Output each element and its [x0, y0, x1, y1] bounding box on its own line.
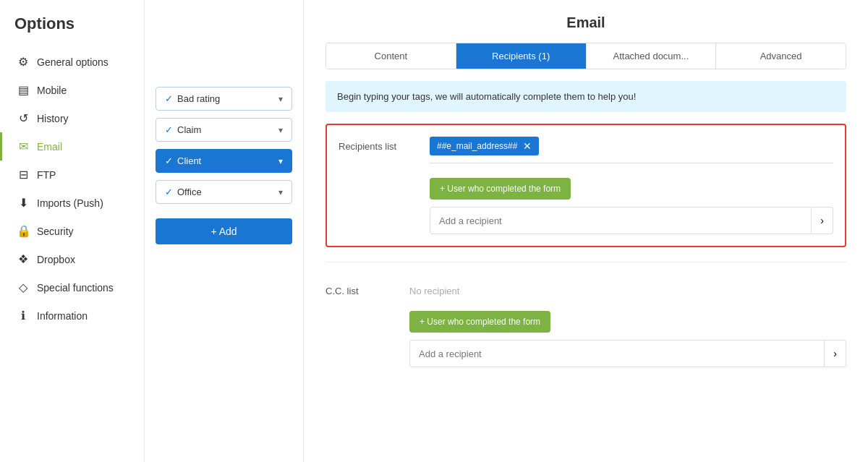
bad-rating-tag-button[interactable]: ✓Bad rating ▾	[156, 87, 292, 111]
recipient-tag-pill: ##e_mail_address## ✕	[430, 137, 539, 155]
sidebar-item-imports-push[interactable]: ⬇ Imports (Push)	[0, 189, 144, 217]
sidebar-item-information[interactable]: ℹ Information	[0, 301, 144, 330]
sidebar-item-special-functions[interactable]: ◇ Special functions	[0, 273, 144, 301]
cc-recipient-arrow-button[interactable]: ›	[825, 340, 846, 367]
email-icon: ✉	[17, 140, 30, 153]
add-user-button[interactable]: + User who completed the form	[430, 178, 571, 200]
sidebar-item-ftp[interactable]: ⊟ FTP	[0, 161, 144, 189]
claim-tag-button[interactable]: ✓Claim ▾	[156, 118, 292, 142]
sidebar-item-label: History	[37, 113, 69, 124]
chevron-down-icon: ▾	[278, 125, 283, 135]
office-tag-button[interactable]: ✓Office ▾	[156, 180, 292, 204]
add-recipient-row: ›	[430, 207, 833, 234]
cc-add-recipient-row: ›	[409, 340, 846, 367]
sidebar-item-security[interactable]: 🔒 Security	[0, 217, 144, 245]
recipients-label: Recipients list	[339, 137, 418, 152]
recipient-tag-value: ##e_mail_address##	[437, 141, 517, 151]
check-icon: ✓	[165, 155, 173, 166]
chevron-down-icon: ▾	[278, 94, 283, 104]
section-divider	[326, 262, 846, 262]
ftp-icon: ⊟	[17, 168, 30, 181]
history-icon: ↺	[17, 111, 30, 125]
tags-column: ✓Bad rating ▾ ✓Claim ▾ ✓Client ▾ ✓Office…	[145, 0, 304, 462]
info-message: Begin typing your tags, we will automati…	[337, 91, 636, 102]
sidebar-item-label: Security	[37, 226, 74, 237]
cc-add-user-button[interactable]: + User who completed the form	[409, 311, 550, 333]
add-button[interactable]: + Add	[156, 218, 292, 244]
mobile-icon: ▤	[17, 83, 30, 97]
tab-advanced[interactable]: Advanced	[716, 43, 846, 69]
diamond-icon: ◇	[17, 281, 30, 294]
tabs-container: Content Recipients (1) Attached docum...…	[326, 43, 846, 69]
tab-attached-docs[interactable]: Attached docum...	[587, 43, 717, 69]
cc-body: + User who completed the form ›	[409, 304, 846, 367]
sidebar-item-label: Information	[37, 310, 88, 322]
info-box: Begin typing your tags, we will automati…	[326, 81, 846, 112]
sidebar-item-label: Mobile	[37, 85, 67, 96]
sidebar-item-label: Email	[37, 141, 62, 153]
cc-label: C.C. list	[326, 286, 398, 296]
sidebar: Options ⚙ General options ▤ Mobile ↺ His…	[0, 0, 145, 462]
cc-section: C.C. list No recipient + User who comple…	[326, 274, 846, 379]
imports-icon: ⬇	[17, 196, 30, 210]
lock-icon: 🔒	[17, 224, 30, 238]
remove-tag-button[interactable]: ✕	[523, 140, 532, 152]
sidebar-item-mobile[interactable]: ▤ Mobile	[0, 76, 144, 104]
sidebar-item-dropbox[interactable]: ❖ Dropbox	[0, 245, 144, 273]
recipients-section: Recipients list ##e_mail_address## ✕ + U…	[326, 124, 846, 247]
cc-row: C.C. list No recipient	[326, 286, 846, 296]
chevron-right-icon: ›	[833, 348, 837, 359]
check-icon: ✓	[165, 187, 173, 197]
tab-content[interactable]: Content	[326, 43, 456, 69]
check-icon: ✓	[165, 124, 173, 135]
email-panel-title: Email	[326, 14, 846, 31]
cc-no-recipient: No recipient	[409, 286, 459, 296]
email-panel: Email Content Recipients (1) Attached do…	[304, 0, 868, 462]
sidebar-item-general-options[interactable]: ⚙ General options	[0, 48, 144, 76]
sidebar-item-label: Special functions	[37, 282, 114, 294]
info-icon: ℹ	[17, 309, 30, 322]
sidebar-item-label: FTP	[37, 169, 56, 181]
sidebar-item-label: Imports (Push)	[37, 197, 103, 209]
check-icon: ✓	[165, 93, 173, 104]
add-recipient-input[interactable]	[430, 207, 812, 234]
chevron-down-icon: ▾	[278, 156, 283, 166]
sidebar-item-label: Dropbox	[37, 254, 75, 265]
recipient-arrow-button[interactable]: ›	[812, 207, 833, 234]
gear-icon: ⚙	[17, 55, 30, 69]
page-title: Options	[0, 14, 144, 48]
sidebar-item-history[interactable]: ↺ History	[0, 104, 144, 132]
dropbox-icon: ❖	[17, 252, 30, 266]
chevron-down-icon: ▾	[278, 187, 283, 197]
cc-add-recipient-input[interactable]	[409, 340, 825, 367]
sidebar-item-label: General options	[37, 56, 109, 68]
chevron-right-icon: ›	[820, 215, 824, 226]
tab-recipients[interactable]: Recipients (1)	[456, 43, 587, 69]
sidebar-item-email[interactable]: ✉ Email	[0, 132, 144, 161]
client-tag-button[interactable]: ✓Client ▾	[156, 149, 292, 173]
